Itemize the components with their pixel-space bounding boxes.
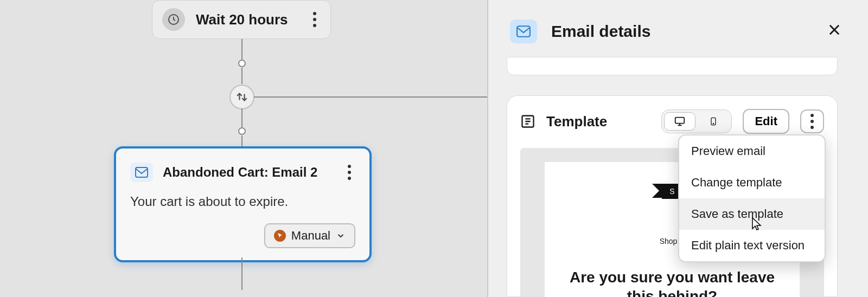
mail-icon [135,167,148,178]
collapsed-section-card[interactable] [507,57,838,75]
cursor-dot-icon [274,230,286,242]
mail-badge [130,163,153,182]
svg-rect-1 [136,167,148,177]
preview-view-toggle[interactable] [661,109,732,133]
desktop-view-button[interactable] [664,112,695,131]
connector-line [241,38,242,60]
mobile-icon [709,115,718,127]
wait-step-card[interactable]: Wait 20 hours [152,0,331,39]
menu-item-preview-email[interactable]: Preview email [679,135,825,167]
connector-line [241,135,242,146]
chevron-down-icon [336,231,346,241]
menu-item-save-as-template[interactable]: Save as template [679,198,825,230]
panel-title: Email details [551,22,822,41]
pointer-icon [277,233,283,239]
svg-rect-4 [675,118,685,124]
email-step-menu-button[interactable] [343,160,355,184]
svg-point-6 [713,123,714,124]
email-step-subject: Your cart is about to expire. [130,194,355,209]
svg-rect-2 [517,26,530,37]
connector-node[interactable] [238,60,246,67]
wait-step-label: Wait 20 hours [196,11,288,28]
clock-badge [162,8,185,31]
mobile-view-button[interactable] [698,112,729,131]
template-more-button[interactable] [800,109,824,133]
panel-mail-badge [510,20,537,43]
mail-icon [516,25,531,37]
panel-header: Email details [488,0,868,62]
template-context-menu: Preview email Change template Save as te… [678,134,826,262]
connector-line [241,257,242,290]
swap-arrows-icon [236,91,248,103]
wait-step-menu-button[interactable] [309,8,321,31]
connector-node[interactable] [238,127,246,135]
close-button[interactable] [822,16,846,46]
send-mode-dropdown[interactable]: Manual [264,223,355,248]
menu-item-edit-plain-text[interactable]: Edit plain text version [679,230,825,261]
desktop-icon [674,115,686,127]
workflow-canvas[interactable]: Wait 20 hours Abandoned Cart: Email 2 Yo… [0,0,488,297]
template-section-title: Template [546,113,650,130]
email-step-title: Abandoned Cart: Email 2 [163,165,317,180]
clock-icon [167,13,180,26]
branch-node[interactable] [229,85,254,109]
connector-line [241,108,242,127]
connector-line-horizontal [254,96,493,98]
close-icon [827,22,842,37]
edit-button[interactable]: Edit [743,109,789,134]
send-mode-label: Manual [291,229,330,243]
preview-heading: Are you sure you want leave this behind? [545,268,800,297]
email-step-card[interactable]: Abandoned Cart: Email 2 Your cart is abo… [114,146,372,262]
connector-line [241,68,242,84]
template-icon [520,114,535,129]
menu-item-change-template[interactable]: Change template [679,167,825,198]
